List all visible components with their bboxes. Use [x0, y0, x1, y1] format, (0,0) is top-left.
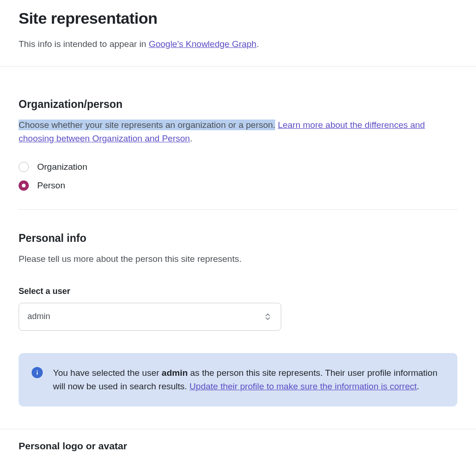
user-select-wrapper: admin [19, 303, 281, 331]
knowledge-graph-link[interactable]: Google's Knowledge Graph [149, 39, 257, 49]
radio-selected-icon [19, 180, 29, 191]
svg-point-0 [37, 370, 38, 371]
radio-person[interactable]: Person [19, 180, 457, 191]
radio-organization[interactable]: Organization [19, 162, 457, 172]
org-person-radio-group: Organization Person [19, 162, 457, 191]
page-description-prefix: This info is intended to appear in [19, 39, 149, 49]
user-select[interactable]: admin [19, 303, 281, 331]
radio-unselected-icon [19, 162, 29, 172]
personal-info-section: Personal info Please tell us more about … [19, 210, 457, 406]
select-user-label: Select a user [19, 287, 457, 296]
info-text-before: You have selected the user [53, 368, 162, 378]
info-text-suffix: . [417, 381, 419, 391]
radio-person-label: Person [37, 180, 65, 191]
info-text-strong: admin [162, 368, 188, 378]
svg-rect-1 [37, 372, 38, 375]
radio-organization-label: Organization [37, 162, 87, 172]
info-icon [32, 367, 43, 378]
update-profile-link[interactable]: Update their profile to make sure the in… [190, 381, 417, 391]
user-select-value: admin [27, 312, 50, 321]
page-description-suffix: . [257, 39, 259, 49]
personal-info-description: Please tell us more about the person thi… [19, 252, 457, 266]
org-person-section: Organization/person Choose whether your … [19, 76, 457, 407]
user-selected-info-box: You have selected the user admin as the … [19, 353, 457, 407]
org-person-desc-suffix: . [190, 133, 192, 143]
org-person-desc-highlighted: Choose whether your site represents an o… [19, 120, 275, 130]
page-description: This info is intended to appear in Googl… [19, 38, 457, 51]
bottom-divider [0, 429, 476, 429]
org-person-title: Organization/person [19, 98, 457, 111]
org-person-description: Choose whether your site represents an o… [19, 118, 457, 146]
logo-section-title: Personal logo or avatar [19, 440, 457, 452]
page-title: Site representation [19, 9, 457, 27]
personal-info-title: Personal info [19, 232, 457, 245]
info-box-text: You have selected the user admin as the … [53, 366, 444, 393]
